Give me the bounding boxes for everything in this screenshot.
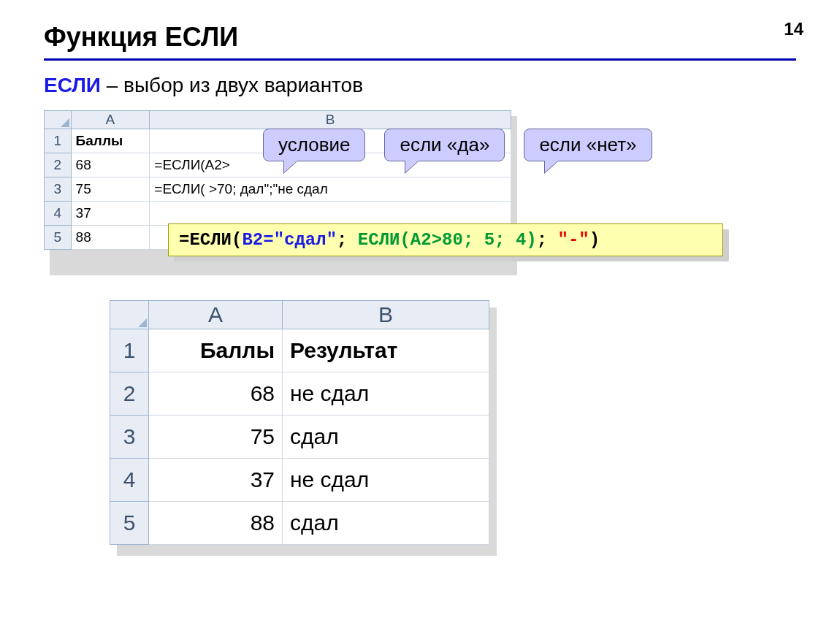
cell-A1: Баллы: [149, 329, 283, 372]
cell-A5: 88: [71, 226, 150, 250]
top-spreadsheet-block: A B 1 Баллы 2 68 =ЕСЛИ(A2> 3 75 =ЕСЛИ( >…: [44, 110, 526, 286]
formula-box: =ЕСЛИ(B2="сдал"; ЕСЛИ(A2>80; 5; 4); "-"): [168, 223, 723, 256]
cell-A4: 37: [149, 459, 283, 502]
formula-part: =ЕСЛИ(: [179, 230, 242, 250]
cell-A3: 75: [149, 416, 283, 459]
formula-if-no: "-": [558, 230, 589, 250]
title-rule: [44, 58, 796, 61]
callout-condition: условие: [263, 129, 365, 161]
subtitle-keyword: ЕСЛИ: [44, 74, 101, 96]
formula-condition: B2="сдал": [242, 230, 337, 250]
cell-B5: сдал: [283, 502, 489, 545]
callout-if-no: если «нет»: [524, 129, 652, 161]
callout-if-yes: если «да»: [384, 129, 505, 161]
cell-B2: не сдал: [283, 372, 489, 416]
bottom-spreadsheet-block: A B 1 Баллы Результат 2 68 не сдал 3 75 …: [110, 300, 504, 563]
table-row: 3 75 =ЕСЛИ( >70; дал";"не сдал: [45, 177, 511, 202]
cell-A1: Баллы: [71, 129, 150, 153]
cell-B3: сдал: [283, 416, 489, 459]
row-header: 2: [45, 153, 72, 177]
table-row: 3 75 сдал: [110, 416, 489, 459]
col-header-B: B: [283, 301, 489, 329]
slide: 14 Функция ЕСЛИ ЕСЛИ – выбор из двух вар…: [0, 0, 840, 631]
row-header: 5: [110, 502, 149, 545]
row-header: 3: [110, 416, 149, 459]
cell-B4: [150, 202, 511, 226]
cell-A4: 37: [71, 202, 150, 226]
table-row: 5 88 сдал: [110, 502, 489, 545]
row-header: 1: [110, 329, 149, 372]
cell-A2: 68: [149, 372, 283, 416]
slide-title: Функция ЕСЛИ: [44, 22, 796, 53]
row-header: 5: [45, 226, 72, 250]
subtitle-rest: – выбор из двух вариантов: [101, 74, 363, 96]
formula-if-yes: ЕСЛИ(A2>80; 5; 4): [358, 230, 537, 250]
table-row: 1 Баллы Результат: [110, 329, 489, 372]
row-header: 1: [45, 129, 72, 153]
col-header-B: B: [150, 111, 511, 129]
col-header-A: A: [71, 111, 150, 129]
cell-B3: =ЕСЛИ( >70; дал";"не сдал: [150, 177, 511, 202]
cell-A2: 68: [71, 153, 150, 177]
row-header: 4: [45, 202, 72, 226]
column-header-row: A B: [110, 301, 489, 329]
formula-part: ): [589, 230, 600, 250]
row-header: 2: [110, 372, 149, 416]
formula-block: =ЕСЛИ(B2="сдал"; ЕСЛИ(A2>80; 5; 4); "-"): [168, 223, 723, 256]
spreadsheet-2: A B 1 Баллы Результат 2 68 не сдал 3 75 …: [110, 300, 489, 545]
row-header: 4: [110, 459, 149, 502]
row-header: 3: [45, 177, 72, 202]
callout-row: условие если «да» если «нет»: [263, 129, 652, 161]
table-row: 4 37: [45, 202, 511, 226]
table-row: 2 68 не сдал: [110, 372, 489, 416]
subtitle: ЕСЛИ – выбор из двух вариантов: [44, 74, 796, 97]
formula-part: ;: [337, 230, 358, 250]
corner-cell: [110, 301, 149, 329]
cell-B1: Результат: [283, 329, 489, 372]
page-number: 14: [784, 19, 803, 39]
cell-A3: 75: [71, 177, 150, 202]
column-header-row: A B: [45, 111, 511, 129]
table-row: 4 37 не сдал: [110, 459, 489, 502]
col-header-A: A: [149, 301, 283, 329]
cell-A5: 88: [149, 502, 283, 545]
corner-cell: [45, 111, 72, 129]
formula-part: ;: [537, 230, 558, 250]
cell-B4: не сдал: [283, 459, 489, 502]
